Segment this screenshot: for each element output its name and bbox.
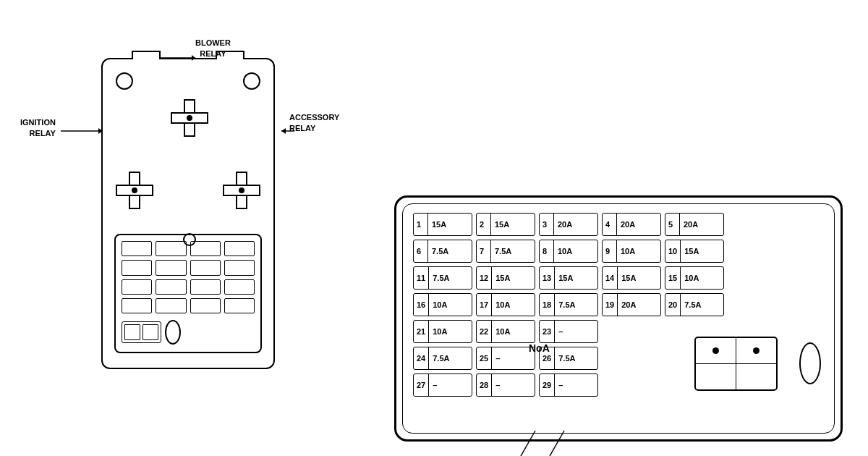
relay-box xyxy=(101,58,275,369)
connector-lines-svg xyxy=(492,431,637,456)
ignition-relay-label: IGNITIONRELAY xyxy=(20,117,56,140)
svg-marker-1 xyxy=(192,55,195,61)
fuse-val: 15A xyxy=(428,214,450,235)
mini-fuse xyxy=(224,260,255,275)
fuse-row-4: 16 10A 17 10A 18 7.5A 19 20A xyxy=(413,293,824,316)
svg-marker-5 xyxy=(281,128,286,134)
blower-relay-label: BLOWER RELAY xyxy=(195,38,231,60)
mini-fuse xyxy=(122,279,152,295)
fuse-row-3: 11 7.5A 12 15A 13 15A 14 15A xyxy=(413,266,824,290)
fuse-num: 5 xyxy=(665,214,680,235)
fuse-val: 20A xyxy=(554,214,576,235)
mini-fuse xyxy=(156,298,186,313)
blower-arrow xyxy=(159,43,199,72)
mini-fuse xyxy=(122,241,152,256)
ignition-relay-shape xyxy=(116,172,153,209)
noa-label: NoA xyxy=(529,342,550,354)
mini-fuse xyxy=(224,298,255,313)
mini-fuse xyxy=(224,241,255,256)
accessory-arrow xyxy=(278,127,294,135)
fuse-num: 4 xyxy=(603,214,617,235)
fuse-row-1: 1 15A 2 15A 3 20A 4 20A xyxy=(413,213,824,236)
svg-marker-3 xyxy=(98,128,103,134)
svg-line-7 xyxy=(550,431,564,456)
br-cell-br xyxy=(736,364,777,390)
mini-fuse xyxy=(156,241,186,256)
ignition-arrow xyxy=(61,127,106,135)
fuse-num: 3 xyxy=(540,214,554,235)
accessory-relay-label: ACCESSORYRELAY xyxy=(289,112,339,135)
svg-line-6 xyxy=(521,431,535,456)
mini-fuse xyxy=(224,279,255,295)
fuse-num: 2 xyxy=(477,214,491,235)
corner-circle-tr xyxy=(243,72,260,90)
accessory-relay-shape xyxy=(223,172,260,209)
mini-fuse xyxy=(190,279,221,295)
br-cell-tl xyxy=(696,338,736,364)
diagram-container: BLOWER RELAY IGNITIONRELAY ACCESSORYRELA… xyxy=(0,0,868,456)
mini-fuse xyxy=(190,260,221,275)
mini-fuse xyxy=(190,298,221,313)
fuse-val: 15A xyxy=(491,214,513,235)
blower-relay-shape xyxy=(171,99,208,137)
br-connector-block xyxy=(694,337,821,420)
fuse-val: 20A xyxy=(680,214,702,235)
corner-circle-tl xyxy=(116,72,133,90)
oval-connector-right xyxy=(799,342,821,384)
mini-fuse xyxy=(122,260,152,275)
fuse-grid-left xyxy=(114,234,262,353)
oval-connector-left xyxy=(165,320,181,345)
mini-fuse xyxy=(156,260,186,275)
fuse-row-2: 6 7.5A 7 7.5A 8 10A 9 10A xyxy=(413,240,824,263)
fuse-num: 1 xyxy=(414,214,428,235)
top-notch-left xyxy=(132,51,161,59)
br-cell-bl xyxy=(696,364,736,390)
br-cell-tr xyxy=(736,338,777,364)
mini-fuse xyxy=(122,298,152,313)
mini-fuse xyxy=(156,279,186,295)
mini-fuse xyxy=(190,241,221,256)
fuse-val: 20A xyxy=(617,214,639,235)
fuse-box: 1 15A 2 15A 3 20A 4 20A xyxy=(394,195,843,442)
